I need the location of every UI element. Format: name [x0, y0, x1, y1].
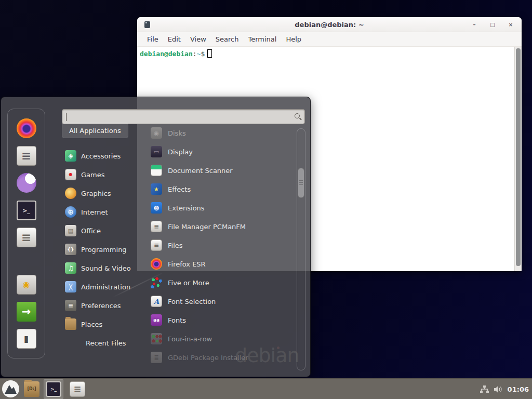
category-label: Graphics	[81, 190, 111, 197]
category-accessories[interactable]: ◈Accessories	[62, 147, 131, 165]
maximize-button[interactable]: □	[489, 22, 496, 28]
app-item-font-selection[interactable]: AFont Selection	[147, 292, 295, 311]
terminal-scrollbar[interactable]	[514, 47, 522, 271]
category-programming[interactable]: {}Programming	[62, 240, 131, 259]
app-item-label: Display	[168, 148, 193, 156]
app-item-extensions[interactable]: ⊛Extensions	[147, 198, 295, 217]
gdebi-icon: ≣	[151, 352, 162, 363]
terminal-scrollbar-thumb[interactable]	[516, 48, 521, 266]
category-label: Programming	[81, 246, 127, 254]
terminal-cursor	[207, 49, 212, 58]
window-controls: –□×	[471, 17, 514, 32]
favorite-pidgin[interactable]	[17, 173, 36, 194]
five-or-more-icon	[151, 277, 162, 288]
file-manager-launcher[interactable]: [D:]	[22, 379, 42, 399]
graphics-icon	[65, 188, 76, 199]
volume-icon[interactable]	[494, 385, 503, 393]
app-item-label: Disks	[168, 129, 186, 137]
category-places[interactable]: Places	[62, 315, 131, 334]
category-administration[interactable]: ╳Administration	[62, 277, 131, 296]
preferences-icon: ≡	[65, 300, 76, 311]
close-button[interactable]: ×	[507, 22, 514, 28]
app-item-five-or-more[interactable]: Five or More	[147, 273, 295, 292]
app-list-scrollbar-thumb[interactable]	[298, 168, 304, 198]
category-column: All Applications ◈Accessories●GamesGraph…	[62, 123, 150, 138]
pidgin-icon	[17, 173, 36, 193]
file-cabinet-icon: ≡	[17, 228, 36, 247]
app-item-effects[interactable]: ★Effects	[147, 180, 295, 198]
extensions-icon: ⊛	[151, 202, 162, 214]
font-selection-icon: A	[151, 296, 162, 307]
window-title: debian@debian: ~	[137, 21, 522, 29]
category-label: Places	[81, 321, 102, 328]
fonts-icon: aa	[151, 314, 162, 326]
favorite-terminal[interactable]: >_	[17, 201, 36, 220]
category-graphics[interactable]: Graphics	[62, 184, 131, 203]
category-preferences[interactable]: ≡Preferences	[62, 296, 131, 315]
menu-button[interactable]	[2, 380, 19, 397]
category-all-applications[interactable]: All Applications	[62, 123, 128, 138]
administration-icon: ╳	[65, 281, 76, 292]
favorite-lock-screen[interactable]: ◉	[17, 275, 36, 295]
favorite-log-out[interactable]: →	[17, 302, 36, 322]
favorites-sidebar: ≡>_≡◉→▮	[7, 109, 45, 358]
settings-icon: ≡	[17, 146, 36, 166]
favorite-settings[interactable]: ≡	[17, 146, 36, 166]
category-label: Office	[81, 227, 101, 235]
app-item-label: Extensions	[168, 204, 205, 212]
category-label: Games	[81, 171, 104, 179]
system-tray: 01:06	[480, 379, 529, 399]
app-item-files[interactable]: ≡Files	[147, 236, 295, 255]
disks-icon: ◉	[151, 127, 162, 139]
favorite-shutdown[interactable]: ▮	[17, 329, 36, 349]
app-item-file-manager-pcmanfm[interactable]: ≡File Manager PCManFM	[147, 217, 295, 236]
category-recent-files[interactable]: Recent Files	[62, 334, 131, 352]
minimize-button[interactable]: –	[471, 22, 478, 28]
favorite-file-cabinet[interactable]: ≡	[17, 228, 36, 247]
terminal-menu-view[interactable]: View	[185, 33, 211, 45]
category-sound-video[interactable]: ♫Sound & Video	[62, 259, 131, 277]
app-item-firefox-esr[interactable]: Firefox ESR	[147, 255, 295, 273]
places-icon	[65, 318, 76, 330]
app-item-label: File Manager PCManFM	[168, 223, 246, 231]
terminal-menu-terminal[interactable]: Terminal	[243, 33, 281, 45]
terminal-launcher[interactable]: >_	[44, 379, 63, 399]
desktop: { "desktop": { "watermark": "debian" }, …	[0, 0, 532, 399]
app-item-label: Five or More	[168, 279, 209, 287]
search-icon	[295, 113, 300, 118]
display-icon: ▭	[151, 146, 162, 157]
category-label: Sound & Video	[81, 264, 131, 272]
clock[interactable]: 01:06	[508, 385, 529, 393]
files-icon: ≡	[151, 240, 162, 251]
app-item-display[interactable]: ▭Display	[147, 142, 295, 161]
favorite-firefox[interactable]	[17, 118, 36, 140]
category-list: ◈Accessories●GamesGraphics⊕Internet▤Offi…	[62, 147, 131, 352]
prompt-colon: :	[193, 50, 197, 58]
shell-prompt: debian@debian:~$	[137, 47, 522, 58]
files-launcher[interactable]: ≡	[68, 379, 87, 399]
app-item-gdebi-package-installer[interactable]: ≣GDebi Package Installer	[147, 348, 295, 367]
text-caret	[66, 113, 66, 121]
category-office[interactable]: ▤Office	[62, 221, 131, 240]
app-item-four-in-a-row[interactable]: Four-in-a-row	[147, 329, 295, 348]
terminal-menu-file[interactable]: File	[142, 33, 163, 45]
app-item-label: Firefox ESR	[168, 260, 206, 268]
category-games[interactable]: ●Games	[62, 165, 131, 184]
app-item-label: GDebi Package Installer	[168, 354, 248, 362]
app-item-label: Effects	[168, 185, 191, 193]
terminal-menu-search[interactable]: Search	[211, 33, 244, 45]
category-internet[interactable]: ⊕Internet	[62, 203, 131, 221]
effects-icon: ★	[151, 183, 162, 195]
app-item-document-scanner[interactable]: Document Scanner	[147, 161, 295, 180]
search-input[interactable]	[62, 109, 305, 124]
file-manager-icon: ≡	[151, 221, 162, 232]
terminal-menu-edit[interactable]: Edit	[163, 33, 185, 45]
app-list-scrollbar[interactable]	[297, 128, 305, 370]
category-label: Accessories	[81, 152, 121, 160]
app-item-disks[interactable]: ◉Disks	[147, 124, 295, 142]
network-icon[interactable]	[480, 385, 489, 393]
terminal-menu-help[interactable]: Help	[281, 33, 306, 45]
app-item-fonts[interactable]: aaFonts	[147, 311, 295, 329]
app-item-label: Files	[168, 242, 183, 249]
terminal-titlebar[interactable]: debian@debian: ~ –□×	[137, 17, 522, 32]
